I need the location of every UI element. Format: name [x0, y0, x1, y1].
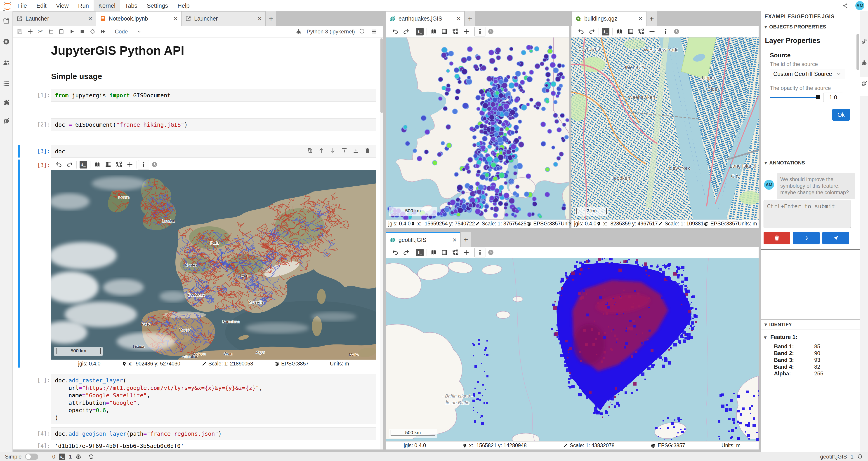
vector-layer-icon[interactable]	[114, 160, 124, 169]
undo-icon[interactable]	[390, 248, 401, 257]
gis-panel-tab-selected[interactable]	[860, 77, 868, 96]
temporal-controller-icon[interactable]	[149, 160, 160, 169]
bell-icon[interactable]	[857, 454, 863, 460]
menu-item-run[interactable]: Run	[73, 0, 94, 11]
objects-properties-section-header[interactable]: ▾ OBJECTS PROPERTIES	[761, 22, 860, 32]
opacity-slider-track[interactable]	[770, 97, 818, 98]
identify-feature-header[interactable]: ▾ Feature 1:	[764, 334, 797, 340]
duplicate-cell-icon[interactable]	[307, 147, 313, 155]
hamburger-icon[interactable]	[369, 27, 379, 37]
insert-cell-below-icon[interactable]	[353, 147, 359, 155]
notebook-content[interactable]: JupyterGIS Python API Simple usage [1]: …	[13, 37, 383, 450]
annotation-input[interactable]	[764, 200, 851, 228]
add-cell-button[interactable]	[25, 27, 35, 37]
new-tab-button[interactable]: +	[266, 11, 276, 26]
grid-icon[interactable]	[625, 27, 636, 36]
debugger-bug-icon[interactable]	[295, 27, 303, 37]
identify-icon[interactable]	[660, 27, 671, 36]
insert-cell-above-icon[interactable]	[341, 147, 347, 155]
menu-item-file[interactable]: File	[13, 0, 32, 11]
grid-icon[interactable]	[103, 160, 114, 169]
kernel-chip-icon[interactable]	[75, 454, 81, 460]
console-icon[interactable]: $_	[414, 248, 425, 257]
collaborators-icon[interactable]	[0, 59, 12, 66]
tab-notebook[interactable]: Notebook.ipynb ✕	[96, 11, 181, 26]
source-select[interactable]: Custom GeoTiff Source	[770, 69, 845, 79]
basemap-icon[interactable]	[428, 27, 439, 36]
delete-cell-icon[interactable]	[364, 147, 370, 155]
add-layer-icon[interactable]	[647, 27, 657, 36]
close-icon[interactable]: ✕	[635, 15, 643, 22]
property-inspector-icon[interactable]	[860, 38, 868, 45]
basemap-icon[interactable]	[428, 248, 439, 257]
close-icon[interactable]: ✕	[170, 15, 178, 22]
annotations-section-header[interactable]: ▾ ANNOTATIONS	[761, 158, 860, 168]
user-avatar[interactable]: AM	[855, 1, 864, 10]
menu-item-settings[interactable]: Settings	[142, 0, 173, 11]
temporal-controller-icon[interactable]	[671, 27, 682, 36]
file-browser-icon[interactable]	[0, 18, 12, 25]
console-icon[interactable]: $_	[414, 27, 425, 36]
submit-annotation-button[interactable]	[822, 232, 849, 244]
identify-section-header[interactable]: ▾ IDENTIFY	[761, 319, 860, 330]
vector-layer-icon[interactable]	[636, 27, 647, 36]
france-map-canvas[interactable]: DublinLondonParisNantesBordeauxLyonMarse…	[51, 170, 376, 360]
code-cell-5[interactable]: doc.add_geojson_layer(path="france_regio…	[51, 427, 376, 440]
new-tab-button[interactable]: +	[461, 232, 471, 246]
move-cell-up-icon[interactable]	[318, 147, 324, 155]
cell-type-select[interactable]: Code	[115, 29, 142, 35]
cell-collapser[interactable]	[18, 145, 20, 158]
grid-icon[interactable]	[439, 27, 450, 36]
notebook-scrollbar[interactable]	[380, 37, 383, 450]
menu-item-view[interactable]: View	[51, 0, 73, 11]
identify-icon[interactable]	[474, 248, 485, 257]
console-icon[interactable]: $_	[78, 160, 89, 169]
new-tab-button[interactable]: +	[647, 11, 657, 26]
close-icon[interactable]: ✕	[85, 15, 92, 22]
add-layer-icon[interactable]	[461, 248, 471, 257]
paste-cell-button[interactable]	[56, 27, 66, 37]
tab-earthquakes[interactable]: earthquakes.jGIS ✕	[385, 11, 464, 26]
tab-launcher-1[interactable]: Launcher ✕	[13, 11, 96, 26]
code-cell-4[interactable]: doc.add_raster_layer( url="https://mt1.g…	[51, 374, 376, 424]
new-tab-button[interactable]: +	[465, 11, 475, 26]
add-layer-icon[interactable]	[124, 160, 135, 169]
share-icon[interactable]	[840, 1, 850, 11]
code-cell-3-active[interactable]: doc	[51, 145, 376, 158]
panel-scrollbar-thumb[interactable]	[857, 34, 859, 70]
move-cell-down-icon[interactable]	[330, 147, 336, 155]
undo-icon[interactable]	[576, 27, 586, 36]
menu-item-kernel[interactable]: Kernel	[94, 0, 120, 11]
delete-annotation-button[interactable]	[764, 232, 790, 244]
opacity-slider-thumb[interactable]	[816, 95, 820, 99]
redo-icon[interactable]	[586, 27, 597, 36]
redo-icon[interactable]	[64, 160, 75, 169]
scrollbar-thumb[interactable]	[380, 38, 383, 113]
close-icon[interactable]: ✕	[453, 15, 461, 22]
history-icon[interactable]	[88, 454, 94, 460]
running-kernels-icon[interactable]	[0, 38, 12, 45]
kernel-status-icon[interactable]	[359, 28, 365, 35]
identify-icon[interactable]	[138, 160, 149, 169]
terminal-icon[interactable]: $_	[59, 454, 65, 460]
code-cell-1[interactable]: from jupytergis import GISDocument	[51, 89, 376, 102]
close-icon[interactable]: ✕	[449, 237, 457, 243]
opacity-value-input[interactable]: 1.0	[823, 93, 843, 102]
close-icon[interactable]: ✕	[254, 15, 262, 22]
extension-manager-icon[interactable]	[0, 99, 12, 106]
undo-icon[interactable]	[390, 27, 401, 36]
copy-cell-button[interactable]	[46, 27, 56, 37]
tab-launcher-2[interactable]: Launcher ✕	[181, 11, 266, 26]
console-icon[interactable]: $_	[600, 27, 611, 36]
interrupt-kernel-button[interactable]	[77, 27, 87, 37]
grid-icon[interactable]	[439, 248, 450, 257]
debugger-icon[interactable]	[860, 59, 868, 66]
output-collapser[interactable]	[18, 160, 20, 368]
tab-geotiff[interactable]: geotiff.jGIS ✕	[385, 232, 460, 246]
identify-icon[interactable]	[474, 27, 485, 36]
code-cell-2[interactable]: doc = GISDocument("france_hiking.jGIS")	[51, 118, 376, 131]
basemap-icon[interactable]	[92, 160, 103, 169]
temporal-controller-icon[interactable]	[485, 27, 496, 36]
run-cell-button[interactable]	[66, 27, 77, 37]
earthquakes-map-canvas[interactable]: 500 km	[385, 37, 569, 220]
